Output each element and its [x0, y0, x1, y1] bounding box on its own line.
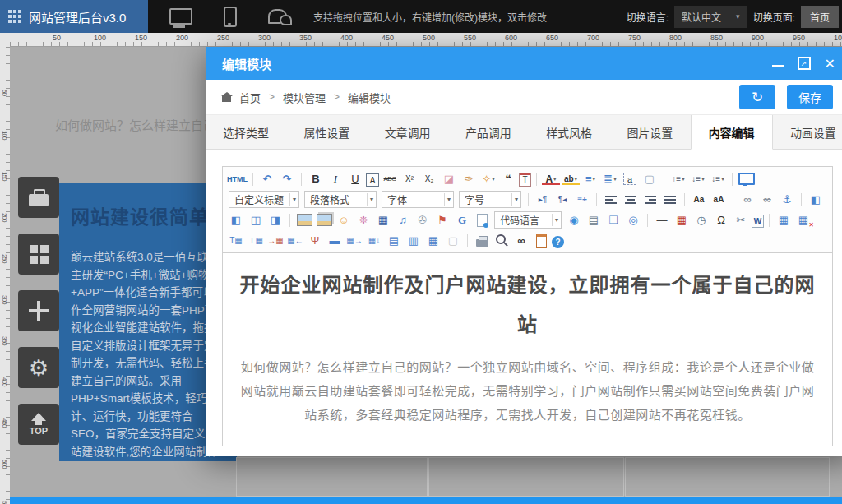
image-wrap-none[interactable]: ◧: [807, 191, 825, 208]
merge-cells[interactable]: ▬: [326, 232, 344, 249]
table-caption[interactable]: T▦: [227, 232, 245, 249]
mobile-preview-icon[interactable]: [224, 7, 237, 27]
tab-图片设置[interactable]: 图片设置: [609, 115, 690, 149]
undo[interactable]: ↶: [258, 170, 276, 187]
paste[interactable]: [532, 232, 550, 249]
breadcrumb-item[interactable]: 编辑模块: [348, 90, 391, 105]
subscript[interactable]: X₂: [420, 170, 438, 187]
breadcrumb-item[interactable]: 首页: [239, 90, 261, 105]
print[interactable]: [473, 232, 491, 249]
font-family-select[interactable]: 字体▾: [382, 191, 454, 208]
redo[interactable]: ↷: [278, 170, 296, 187]
multi-image-upload[interactable]: [315, 211, 333, 229]
tab-文章调用[interactable]: 文章调用: [368, 115, 448, 149]
chat-icon[interactable]: [268, 9, 287, 24]
format-brush[interactable]: ✑: [460, 170, 478, 187]
paragraph-space-before[interactable]: ↑≡▾: [669, 170, 687, 187]
editor-content-area[interactable]: 开始企业网站制作及门户网站建设，立即拥有一个属于自己的网站 如何做网站？怎么样建…: [223, 253, 832, 446]
add-module-button[interactable]: [18, 290, 59, 331]
code-language-select[interactable]: 代码语言▾: [494, 211, 562, 229]
anchor[interactable]: ⚓: [778, 191, 796, 208]
rtl-paragraph[interactable]: ¶◂: [553, 191, 571, 208]
module-placeholder[interactable]: [236, 457, 428, 497]
paragraph-format-select[interactable]: 段落格式▾: [304, 191, 377, 208]
insert-iframe[interactable]: ❏: [604, 211, 622, 229]
scrawl[interactable]: ❉: [354, 211, 372, 229]
font-color[interactable]: A▾: [542, 170, 560, 187]
line-height[interactable]: ↕≡▾: [709, 170, 727, 187]
select-all[interactable]: a: [621, 170, 639, 187]
tab-样式风格[interactable]: 样式风格: [529, 115, 609, 149]
tab-选择类型[interactable]: 选择类型: [206, 115, 286, 149]
merge-right[interactable]: ▦→: [345, 232, 363, 249]
clear-doc[interactable]: ▢: [641, 170, 659, 187]
image-float-left[interactable]: ◧: [227, 211, 245, 229]
maximize-button[interactable]: ↗: [798, 57, 811, 70]
dialog-header[interactable]: 编辑模块 ↗ ✕: [206, 47, 842, 80]
special-chars[interactable]: Ω: [712, 211, 730, 229]
emotion[interactable]: ☺: [335, 211, 353, 229]
insert-map[interactable]: ⚑: [433, 211, 451, 229]
delete-row[interactable]: →▦: [266, 232, 285, 249]
image-float-center[interactable]: ◫: [247, 211, 265, 229]
font-size-select[interactable]: 字号▾: [459, 191, 521, 208]
background-color[interactable]: ab▾: [562, 170, 580, 187]
breadcrumb-item[interactable]: 模块管理: [283, 90, 326, 105]
ltr-paragraph[interactable]: ▸¶: [534, 191, 552, 208]
desktop-preview-icon[interactable]: [169, 8, 192, 25]
table-title-row[interactable]: ⊤▦: [247, 232, 265, 249]
merge-down[interactable]: ▦↓: [365, 232, 383, 249]
insert-table[interactable]: ▦: [775, 211, 793, 229]
footer-module[interactable]: [10, 497, 842, 504]
insert-link[interactable]: ∞: [738, 191, 756, 208]
module-placeholder[interactable]: [625, 457, 830, 497]
toolbox-button[interactable]: [18, 177, 59, 218]
insert-music[interactable]: ♫: [394, 211, 412, 229]
fullscreen-preview[interactable]: [738, 170, 756, 187]
back-to-top-button[interactable]: TOP: [18, 404, 59, 445]
page-select[interactable]: 首页: [801, 6, 839, 28]
remote-image[interactable]: ◎: [624, 211, 642, 229]
font-border[interactable]: A: [366, 173, 379, 187]
minimize-button[interactable]: [772, 65, 784, 67]
bold[interactable]: B: [307, 170, 325, 187]
align-right[interactable]: [641, 191, 659, 208]
underline[interactable]: U: [346, 170, 364, 187]
first-line-indent[interactable]: ≡+: [573, 191, 591, 208]
close-icon[interactable]: ✕: [825, 56, 835, 72]
help[interactable]: ?: [552, 236, 564, 248]
tab-动画设置[interactable]: 动画设置: [773, 115, 842, 149]
split-cells[interactable]: Ψ: [306, 232, 324, 249]
paragraph-space-after[interactable]: ↓≡▾: [689, 170, 707, 187]
modules-button[interactable]: [18, 234, 59, 275]
unlink[interactable]: ∞: [758, 191, 776, 208]
tab-内容编辑[interactable]: 内容编辑: [691, 115, 773, 150]
settings-button[interactable]: ⚙: [18, 347, 59, 388]
unordered-list[interactable]: ≣▾: [601, 170, 619, 187]
remove-format[interactable]: ◪: [440, 170, 458, 187]
google-map[interactable]: G: [453, 211, 471, 229]
delete-table[interactable]: ▦: [794, 211, 812, 229]
insert-date[interactable]: ▦: [673, 211, 691, 229]
table-sort[interactable]: ▦: [424, 232, 442, 249]
align-justify[interactable]: [661, 191, 679, 208]
ordered-list[interactable]: ≡▾: [581, 170, 599, 187]
insert-video[interactable]: ▦: [374, 211, 392, 229]
to-uppercase[interactable]: Aa: [690, 191, 708, 208]
italic[interactable]: I: [326, 170, 345, 187]
word-image[interactable]: W: [752, 215, 764, 228]
insert-frame-doc[interactable]: [473, 211, 491, 229]
superscript[interactable]: X²: [400, 170, 419, 187]
strikethrough[interactable]: ABC: [381, 170, 399, 187]
language-select[interactable]: 默认中文 ▾: [674, 6, 747, 28]
insert-time[interactable]: ◷: [692, 211, 710, 229]
insert-image[interactable]: [295, 211, 313, 229]
tab-属性设置[interactable]: 属性设置: [286, 115, 367, 149]
source-code[interactable]: HTML: [227, 170, 248, 187]
split-to-cols[interactable]: ▥: [405, 232, 423, 249]
insert-code[interactable]: ◉: [565, 211, 583, 229]
split-to-rows[interactable]: ▤: [385, 232, 403, 249]
preview[interactable]: [493, 232, 511, 249]
to-lowercase[interactable]: aA: [710, 191, 728, 208]
disabled-doc[interactable]: ▢: [444, 232, 462, 249]
